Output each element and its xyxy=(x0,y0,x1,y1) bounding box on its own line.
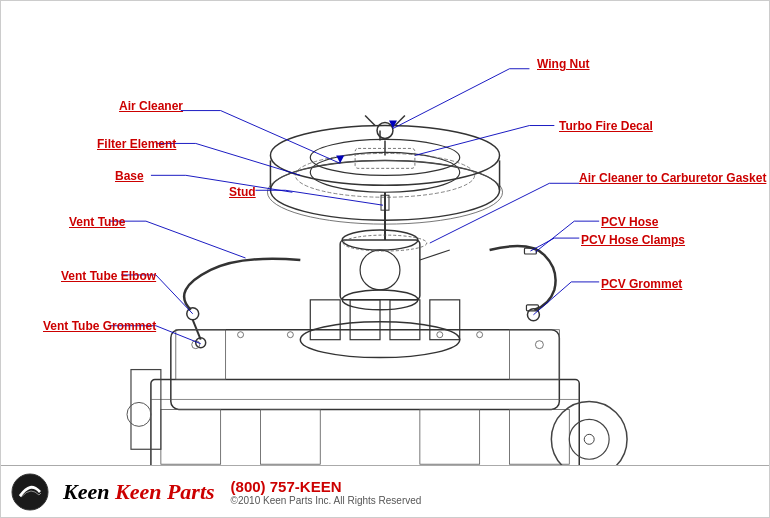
label-filter-element: Filter Element xyxy=(97,137,176,151)
label-stud: Stud xyxy=(229,185,256,199)
footer: Keen Keen Parts (800) 757-KEEN ©2010 Kee… xyxy=(1,465,769,517)
brand-name-keen: Keen xyxy=(63,479,109,504)
svg-point-81 xyxy=(12,474,48,510)
brand-name-parts: Keen Parts xyxy=(115,479,215,504)
label-pcv-hose-clamps: PCV Hose Clamps xyxy=(581,233,685,247)
label-turbo-fire-decal: Turbo Fire Decal xyxy=(559,119,653,133)
label-pcv-hose: PCV Hose xyxy=(601,215,658,229)
footer-brand-text: Keen Keen Parts xyxy=(63,481,215,503)
label-wing-nut: Wing Nut xyxy=(537,57,590,71)
footer-copyright: ©2010 Keen Parts Inc. All Rights Reserve… xyxy=(231,495,422,506)
label-air-cleaner: Air Cleaner xyxy=(119,99,183,113)
keen-parts-logo-icon xyxy=(11,473,49,511)
diagram-container: Wing Nut Air Cleaner Turbo Fire Decal Fi… xyxy=(0,0,770,518)
label-base: Base xyxy=(115,169,144,183)
footer-contact: (800) 757-KEEN ©2010 Keen Parts Inc. All… xyxy=(231,478,422,506)
label-vent-tube-elbow: Vent Tube Elbow xyxy=(61,269,156,283)
label-pcv-grommet: PCV Grommet xyxy=(601,277,682,291)
svg-rect-0 xyxy=(1,1,768,517)
label-vent-tube-grommet: Vent Tube Grommet xyxy=(43,319,156,333)
label-vent-tube: Vent Tube xyxy=(69,215,125,229)
label-air-cleaner-gasket: Air Cleaner to Carburetor Gasket xyxy=(579,171,766,187)
footer-phone[interactable]: (800) 757-KEEN xyxy=(231,478,422,495)
engine-diagram xyxy=(1,1,769,517)
